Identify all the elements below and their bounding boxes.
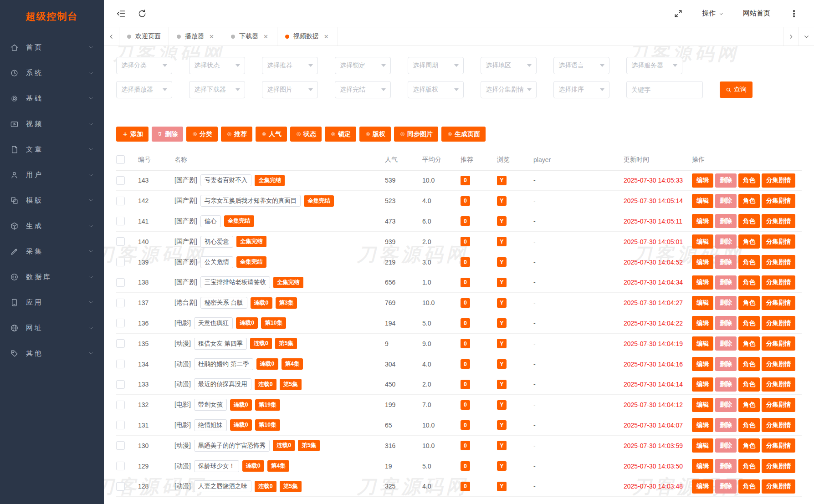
row-checkbox[interactable] bbox=[116, 339, 125, 348]
row-action-2[interactable]: 角色 bbox=[738, 438, 760, 453]
row-checkbox[interactable] bbox=[116, 441, 125, 450]
keyword-input[interactable] bbox=[626, 81, 703, 98]
row-action-2[interactable]: 角色 bbox=[738, 275, 760, 290]
toolbar-button-9[interactable]: 生成页面 bbox=[441, 127, 486, 142]
collapse-menu-icon[interactable] bbox=[117, 9, 126, 18]
row-checkbox[interactable] bbox=[116, 197, 125, 205]
tab-3[interactable]: 视频数据 ✕ bbox=[277, 27, 338, 46]
site-home-link[interactable]: 网站首页 bbox=[743, 9, 770, 18]
filter-select-2-6[interactable]: 选择排序 bbox=[553, 81, 609, 98]
row-action-0[interactable]: 编辑 bbox=[692, 377, 713, 392]
row-action-3[interactable]: 分集剧情 bbox=[762, 336, 795, 351]
row-checkbox[interactable] bbox=[116, 237, 125, 246]
filter-select-2-5[interactable]: 选择分集剧情 bbox=[481, 81, 537, 98]
row-action-0[interactable]: 编辑 bbox=[692, 234, 713, 249]
row-action-0[interactable]: 编辑 bbox=[692, 214, 713, 228]
row-checkbox[interactable] bbox=[116, 176, 125, 185]
row-action-3[interactable]: 分集剧情 bbox=[762, 398, 795, 412]
row-action-1[interactable]: 删除 bbox=[715, 296, 737, 310]
row-action-2[interactable]: 角色 bbox=[738, 459, 760, 473]
row-checkbox[interactable] bbox=[116, 217, 125, 225]
fullscreen-icon[interactable] bbox=[674, 9, 683, 18]
filter-select-2-4[interactable]: 选择版权 bbox=[408, 81, 464, 98]
tabs-scroll-left-button[interactable] bbox=[104, 27, 119, 46]
toolbar-button-7[interactable]: 版权 bbox=[359, 127, 391, 142]
row-action-2[interactable]: 角色 bbox=[738, 214, 760, 228]
actions-dropdown[interactable]: 操作 bbox=[702, 9, 724, 18]
row-action-2[interactable]: 角色 bbox=[738, 234, 760, 249]
toolbar-button-3[interactable]: 推荐 bbox=[221, 127, 252, 142]
sidebar-item-1[interactable]: 系统 bbox=[0, 60, 104, 86]
row-action-0[interactable]: 编辑 bbox=[692, 296, 713, 310]
row-action-3[interactable]: 分集剧情 bbox=[762, 194, 795, 208]
row-checkbox[interactable] bbox=[116, 462, 125, 470]
row-action-0[interactable]: 编辑 bbox=[692, 438, 713, 453]
row-action-1[interactable]: 删除 bbox=[715, 214, 737, 228]
sidebar-item-12[interactable]: 其他 bbox=[0, 341, 104, 366]
sidebar-item-8[interactable]: 采集 bbox=[0, 239, 104, 264]
filter-select-1-2[interactable]: 选择推荐 bbox=[262, 57, 318, 74]
row-action-2[interactable]: 角色 bbox=[738, 479, 760, 494]
tab-0[interactable]: 欢迎页面 bbox=[119, 27, 169, 46]
row-action-1[interactable]: 删除 bbox=[715, 459, 737, 473]
row-action-0[interactable]: 编辑 bbox=[692, 479, 713, 494]
sidebar-item-4[interactable]: 文章 bbox=[0, 137, 104, 162]
row-action-1[interactable]: 删除 bbox=[715, 377, 737, 392]
more-vertical-icon[interactable] bbox=[789, 9, 799, 18]
refresh-icon[interactable] bbox=[138, 9, 147, 18]
toolbar-button-4[interactable]: 人气 bbox=[256, 127, 287, 142]
filter-select-1-6[interactable]: 选择语言 bbox=[553, 57, 609, 74]
row-checkbox[interactable] bbox=[116, 401, 125, 409]
sidebar-item-11[interactable]: 网址 bbox=[0, 315, 104, 341]
row-action-0[interactable]: 编辑 bbox=[692, 173, 713, 188]
row-action-3[interactable]: 分集剧情 bbox=[762, 214, 795, 228]
filter-select-1-5[interactable]: 选择地区 bbox=[481, 57, 537, 74]
filter-select-1-0[interactable]: 选择分类 bbox=[116, 57, 172, 74]
row-action-3[interactable]: 分集剧情 bbox=[762, 316, 795, 330]
sidebar-item-5[interactable]: 用户 bbox=[0, 162, 104, 188]
tab-close-icon[interactable]: ✕ bbox=[323, 32, 330, 41]
row-action-3[interactable]: 分集剧情 bbox=[762, 173, 795, 188]
row-action-0[interactable]: 编辑 bbox=[692, 316, 713, 330]
row-action-0[interactable]: 编辑 bbox=[692, 194, 713, 208]
row-action-2[interactable]: 角色 bbox=[738, 316, 760, 330]
toolbar-button-0[interactable]: ＋添加 bbox=[116, 127, 148, 142]
row-checkbox[interactable] bbox=[116, 299, 125, 307]
filter-select-2-3[interactable]: 选择完结 bbox=[335, 81, 391, 98]
filter-select-1-4[interactable]: 选择周期 bbox=[408, 57, 464, 74]
row-action-0[interactable]: 编辑 bbox=[692, 275, 713, 290]
row-action-2[interactable]: 角色 bbox=[738, 194, 760, 208]
row-action-3[interactable]: 分集剧情 bbox=[762, 438, 795, 453]
row-action-1[interactable]: 删除 bbox=[715, 194, 737, 208]
row-action-0[interactable]: 编辑 bbox=[692, 357, 713, 371]
row-action-3[interactable]: 分集剧情 bbox=[762, 479, 795, 494]
sidebar-item-10[interactable]: 应用 bbox=[0, 290, 104, 315]
row-action-0[interactable]: 编辑 bbox=[692, 398, 713, 412]
row-action-1[interactable]: 删除 bbox=[715, 234, 737, 249]
sidebar-item-9[interactable]: 数据库 bbox=[0, 264, 104, 290]
filter-select-2-0[interactable]: 选择播放器 bbox=[116, 81, 172, 98]
row-action-2[interactable]: 角色 bbox=[738, 336, 760, 351]
row-action-1[interactable]: 删除 bbox=[715, 398, 737, 412]
row-action-2[interactable]: 角色 bbox=[738, 398, 760, 412]
toolbar-button-5[interactable]: 状态 bbox=[290, 127, 322, 142]
row-checkbox[interactable] bbox=[116, 278, 125, 287]
filter-select-2-2[interactable]: 选择图片 bbox=[262, 81, 318, 98]
row-checkbox[interactable] bbox=[116, 380, 125, 389]
row-action-0[interactable]: 编辑 bbox=[692, 459, 713, 473]
sidebar-item-6[interactable]: 模版 bbox=[0, 188, 104, 213]
row-action-2[interactable]: 角色 bbox=[738, 357, 760, 371]
row-action-0[interactable]: 编辑 bbox=[692, 255, 713, 269]
row-action-3[interactable]: 分集剧情 bbox=[762, 418, 795, 432]
row-action-2[interactable]: 角色 bbox=[738, 296, 760, 310]
row-action-0[interactable]: 编辑 bbox=[692, 336, 713, 351]
row-action-2[interactable]: 角色 bbox=[738, 377, 760, 392]
row-action-1[interactable]: 删除 bbox=[715, 336, 737, 351]
row-action-3[interactable]: 分集剧情 bbox=[762, 357, 795, 371]
row-action-2[interactable]: 角色 bbox=[738, 418, 760, 432]
toolbar-button-1[interactable]: 删除 bbox=[152, 127, 183, 142]
toolbar-button-8[interactable]: 同步图片 bbox=[394, 127, 438, 142]
row-action-3[interactable]: 分集剧情 bbox=[762, 255, 795, 269]
row-action-3[interactable]: 分集剧情 bbox=[762, 234, 795, 249]
row-checkbox[interactable] bbox=[116, 360, 125, 368]
